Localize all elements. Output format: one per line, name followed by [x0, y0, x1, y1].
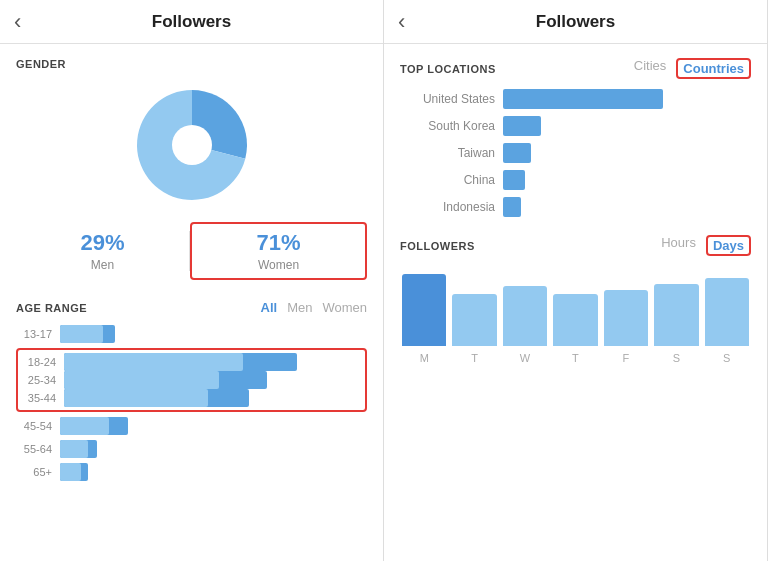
location-label: United States — [400, 92, 495, 106]
women-value: 71% — [202, 230, 355, 256]
age-filter-women[interactable]: Women — [322, 300, 367, 315]
location-row: Indonesia — [400, 197, 751, 217]
age-bar-track — [60, 463, 367, 481]
right-content: TOP LOCATIONS Cities Countries United St… — [384, 44, 767, 561]
day-bar — [553, 294, 597, 346]
day-bar — [402, 274, 446, 346]
age-women-bar — [64, 371, 219, 389]
gender-pie-chart — [127, 80, 257, 210]
age-women-bar — [64, 389, 208, 407]
location-row: United States — [400, 89, 751, 109]
age-row-label: 55-64 — [16, 443, 52, 455]
age-row-label: 35-44 — [20, 392, 56, 404]
age-row-label: 18-24 — [20, 356, 56, 368]
gender-section: GENDER — [16, 58, 367, 280]
age-bar-track — [60, 325, 367, 343]
location-label: South Korea — [400, 119, 495, 133]
pie-chart-container — [16, 80, 367, 210]
day-label: M — [402, 352, 446, 364]
age-row-label: 45-54 — [16, 420, 52, 432]
day-bar-wrap — [402, 266, 446, 346]
location-bar — [503, 197, 521, 217]
day-bar-wrap — [705, 266, 749, 346]
age-women-bar — [60, 463, 81, 481]
location-row: China — [400, 170, 751, 190]
locations-header-row: TOP LOCATIONS Cities Countries — [400, 58, 751, 79]
left-panel: ‹ Followers GENDER — [0, 0, 384, 561]
age-row-label: 65+ — [16, 466, 52, 478]
location-bar — [503, 143, 531, 163]
day-label: S — [654, 352, 698, 364]
locations-filter-tabs: Cities Countries — [634, 58, 751, 79]
age-header-row: AGE RANGE All Men Women — [16, 300, 367, 315]
gender-stats: 29% Men 71% Women — [16, 222, 367, 280]
day-bar-wrap — [452, 266, 496, 346]
men-label: Men — [26, 258, 179, 272]
age-bar-track — [64, 353, 363, 371]
day-label: F — [604, 352, 648, 364]
gender-section-label: GENDER — [16, 58, 367, 70]
age-highlighted-box: 18-2425-3435-44 — [16, 348, 367, 412]
right-header: ‹ Followers — [384, 0, 767, 44]
age-row: 18-24 — [20, 353, 363, 371]
day-label: S — [705, 352, 749, 364]
followers-section: FOLLOWERS Hours Days MTWTFSS — [400, 235, 751, 364]
day-bar — [452, 294, 496, 346]
right-panel: ‹ Followers TOP LOCATIONS Cities Countri… — [384, 0, 768, 561]
women-label: Women — [202, 258, 355, 272]
age-filter-men[interactable]: Men — [287, 300, 312, 315]
location-row: South Korea — [400, 116, 751, 136]
location-bar — [503, 89, 663, 109]
right-header-title: Followers — [536, 12, 615, 32]
left-header: ‹ Followers — [0, 0, 383, 44]
locations-section-label: TOP LOCATIONS — [400, 63, 634, 75]
followers-header-row: FOLLOWERS Hours Days — [400, 235, 751, 256]
followers-filter-tabs: Hours Days — [661, 235, 751, 256]
followers-filter-days[interactable]: Days — [706, 235, 751, 256]
location-row: Taiwan — [400, 143, 751, 163]
followers-section-label: FOLLOWERS — [400, 240, 661, 252]
women-stat: 71% Women — [190, 222, 367, 280]
day-bar-wrap — [503, 266, 547, 346]
day-label: T — [452, 352, 496, 364]
age-row: 55-64 — [16, 440, 367, 458]
age-women-bar — [60, 417, 109, 435]
left-back-button[interactable]: ‹ — [14, 11, 21, 33]
age-filter-tabs: All Men Women — [261, 300, 367, 315]
day-bar-wrap — [553, 266, 597, 346]
locations-filter-countries[interactable]: Countries — [676, 58, 751, 79]
age-section-label: AGE RANGE — [16, 302, 261, 314]
location-bar — [503, 170, 525, 190]
day-label: T — [553, 352, 597, 364]
men-stat: 29% Men — [16, 224, 189, 278]
age-women-bar — [64, 353, 243, 371]
age-filter-all[interactable]: All — [261, 300, 278, 315]
day-bar — [705, 278, 749, 346]
age-row-label: 25-34 — [20, 374, 56, 386]
age-bar-track — [60, 417, 367, 435]
age-bars: 13-1718-2425-3435-4445-5455-6465+ — [16, 325, 367, 481]
men-value: 29% — [26, 230, 179, 256]
age-women-bar — [60, 440, 88, 458]
day-labels: MTWTFSS — [400, 352, 751, 364]
day-bar — [604, 290, 648, 346]
age-row: 13-17 — [16, 325, 367, 343]
top-locations-section: TOP LOCATIONS Cities Countries United St… — [400, 58, 751, 217]
pie-center — [172, 125, 212, 165]
followers-filter-hours[interactable]: Hours — [661, 235, 696, 256]
locations-filter-cities[interactable]: Cities — [634, 58, 667, 79]
location-bar — [503, 116, 541, 136]
age-row: 25-34 — [20, 371, 363, 389]
day-bars-container — [400, 266, 751, 346]
right-back-button[interactable]: ‹ — [398, 11, 405, 33]
day-bar-wrap — [654, 266, 698, 346]
day-bar — [654, 284, 698, 346]
location-bars: United StatesSouth KoreaTaiwanChinaIndon… — [400, 89, 751, 217]
location-label: Taiwan — [400, 146, 495, 160]
left-content: GENDER — [0, 44, 383, 561]
age-row-label: 13-17 — [16, 328, 52, 340]
age-bar-track — [60, 440, 367, 458]
location-label: Indonesia — [400, 200, 495, 214]
day-label: W — [503, 352, 547, 364]
age-row: 35-44 — [20, 389, 363, 407]
